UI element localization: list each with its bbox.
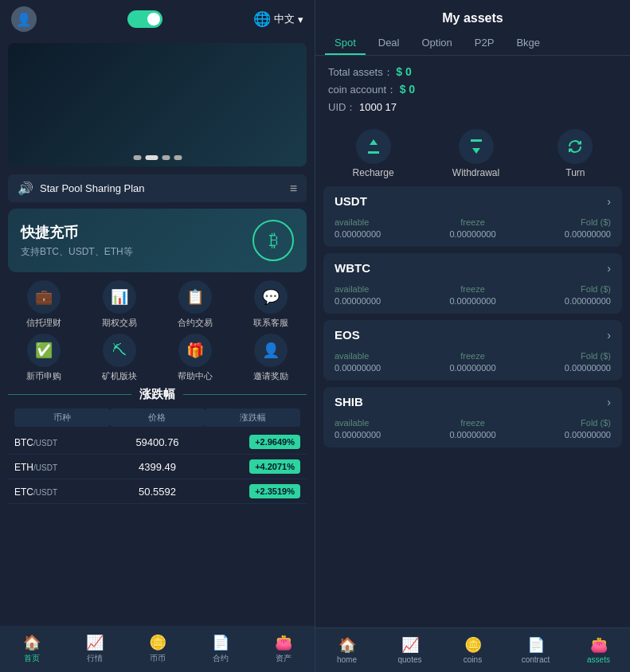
nav-market[interactable]: 📈 行情	[63, 631, 126, 667]
price-row-etc[interactable]: ETC/USDT 50.5592 +2.3519%	[8, 479, 307, 504]
r-nav-assets[interactable]: 👛 assets	[567, 633, 630, 667]
recharge-button[interactable]: Recharge	[353, 129, 394, 178]
announcement-text: Star Pool Sharing Plan	[40, 182, 290, 194]
tab-p2p[interactable]: P2P	[465, 32, 504, 55]
left-bottom-nav: 🏠 首页 📈 行情 🪙 币币 📄 合约 👛 资产	[0, 626, 315, 672]
menu-label-trust: 信托理财	[26, 317, 61, 329]
menu-item-newcoin[interactable]: ✅ 新币申购	[8, 334, 79, 382]
freeze-label-eos: freeze	[427, 351, 519, 361]
freeze-val-usdt: 0.00000000	[427, 229, 519, 239]
nav-contract[interactable]: 📄 合约	[189, 631, 252, 667]
available-val-wbtc: 0.00000000	[335, 296, 427, 306]
price-btc: 59400.76	[110, 436, 205, 448]
price-section: 涨跌幅 币种 价格 涨跌幅 BTC/USDT 59400.76 +2.9649%…	[0, 387, 315, 626]
globe-icon: 🌐	[253, 10, 271, 28]
r-quotes-icon: 📈	[401, 636, 419, 654]
r-nav-contract[interactable]: 📄 contract	[504, 633, 567, 667]
banner-dot-1[interactable]	[133, 155, 141, 160]
menu-grid: 💼 信托理财 📊 期权交易 📋 合约交易 💬 联系客服 ✅ 新币申购 ⛏ 矿机版…	[0, 275, 315, 387]
uid-label: UID：	[328, 101, 356, 113]
tab-bkge[interactable]: Bkge	[507, 32, 550, 55]
coin-name-wbtc: WBTC	[335, 261, 370, 275]
invite-icon: 👤	[254, 334, 288, 367]
menu-item-mining[interactable]: ⛏ 矿机版块	[84, 334, 155, 382]
coin-name-usdt: USDT	[335, 194, 367, 208]
coin-card-header-wbtc[interactable]: WBTC ›	[323, 253, 622, 283]
header-change: 涨跌幅	[205, 408, 300, 427]
available-label-eos: available	[335, 351, 427, 361]
tab-deal[interactable]: Deal	[369, 32, 409, 55]
language-selector[interactable]: 🌐 中文 ▾	[253, 10, 303, 28]
chevron-right-icon-eos: ›	[607, 329, 611, 342]
banner-dot-3[interactable]	[162, 155, 170, 160]
coin-card-header-eos[interactable]: EOS ›	[323, 320, 622, 350]
r-nav-home-label: home	[337, 655, 357, 664]
theme-toggle[interactable]	[127, 10, 162, 28]
tab-option[interactable]: Option	[413, 32, 462, 55]
coins-list: USDT › available freeze Fold ($) 0.00000…	[315, 186, 630, 627]
freeze-val-wbtc: 0.00000000	[427, 296, 519, 306]
coin-name-eos: EOS	[335, 328, 360, 342]
coin-cols-eos: available freeze Fold ($)	[335, 351, 611, 361]
r-nav-coins[interactable]: 🪙 coins	[441, 633, 504, 667]
tab-spot[interactable]: Spot	[325, 32, 366, 55]
menu-icon[interactable]: ≡	[290, 182, 297, 196]
price-row-btc[interactable]: BTC/USDT 59400.76 +2.9649%	[8, 430, 307, 455]
available-label-wbtc: available	[335, 284, 427, 294]
banner	[8, 43, 307, 166]
withdrawal-button[interactable]: Withdrawal	[452, 129, 499, 178]
contract-nav-icon: 📄	[212, 634, 229, 651]
tabs-row: Spot Deal Option P2P Bkge	[315, 32, 630, 56]
coin-icon: 🪙	[149, 634, 166, 651]
top-bar: 👤 🌐 中文 ▾	[0, 0, 315, 38]
nav-home-label: 首页	[24, 653, 40, 664]
coin-card-wbtc: WBTC › available freeze Fold ($) 0.00000…	[323, 253, 622, 314]
market-icon: 📈	[86, 634, 104, 651]
turn-icon	[558, 129, 593, 164]
change-eth: +4.2071%	[249, 459, 300, 474]
price-title-row: 涨跌幅	[8, 387, 307, 402]
quick-charge-section[interactable]: 快捷充币 支持BTC、USDT、ETH等 ₿	[8, 209, 307, 272]
banner-dot-4[interactable]	[174, 155, 182, 160]
coin-card-header-usdt[interactable]: USDT ›	[323, 186, 622, 216]
turn-label: Turn	[565, 167, 585, 178]
banner-dot-2[interactable]	[145, 155, 158, 160]
freeze-label-usdt: freeze	[427, 217, 519, 227]
menu-item-options[interactable]: 📊 期权交易	[84, 280, 155, 329]
pair-etc: ETC/USDT	[14, 484, 110, 498]
uid-value: 1000 17	[359, 101, 397, 113]
menu-label-contract: 合约交易	[178, 317, 213, 329]
turn-button[interactable]: Turn	[558, 129, 593, 178]
menu-item-contract[interactable]: 📋 合约交易	[160, 280, 231, 329]
coin-card-eos: EOS › available freeze Fold ($) 0.000000…	[323, 320, 622, 381]
available-label-shib: available	[335, 418, 427, 428]
avatar[interactable]: 👤	[11, 6, 37, 32]
contract-icon: 📋	[178, 280, 212, 314]
recharge-icon	[356, 129, 391, 164]
title-line-right	[183, 394, 307, 395]
r-nav-contract-label: contract	[522, 655, 550, 664]
price-row-eth[interactable]: ETH/USDT 4399.49 +4.2071%	[8, 455, 307, 479]
nav-market-label: 行情	[87, 653, 103, 664]
help-icon: 🎁	[178, 334, 212, 367]
nav-coin[interactable]: 🪙 币币	[126, 631, 189, 667]
coin-card-header-shib[interactable]: SHIB ›	[323, 387, 622, 416]
freeze-label-shib: freeze	[427, 418, 519, 428]
assets-title: My assets	[315, 0, 630, 32]
banner-dots	[133, 155, 182, 160]
nav-assets[interactable]: 👛 资产	[252, 631, 315, 667]
pair-btc: BTC/USDT	[14, 435, 110, 449]
coin-card-usdt: USDT › available freeze Fold ($) 0.00000…	[323, 186, 622, 247]
r-nav-quotes[interactable]: 📈 quotes	[378, 633, 441, 667]
withdrawal-icon	[459, 129, 494, 164]
menu-item-invite[interactable]: 👤 邀请奖励	[236, 334, 307, 382]
r-coins-icon: 🪙	[464, 636, 482, 654]
menu-item-trust[interactable]: 💼 信托理财	[8, 280, 79, 329]
home-icon: 🏠	[23, 634, 41, 651]
nav-home[interactable]: 🏠 首页	[0, 631, 63, 667]
menu-label-mining: 矿机版块	[102, 370, 137, 382]
right-panel: My assets Spot Deal Option P2P Bkge Tota…	[315, 0, 630, 672]
menu-item-help[interactable]: 🎁 帮助中心	[160, 334, 231, 382]
menu-item-support[interactable]: 💬 联系客服	[236, 280, 307, 329]
r-nav-home[interactable]: 🏠 home	[315, 633, 378, 667]
